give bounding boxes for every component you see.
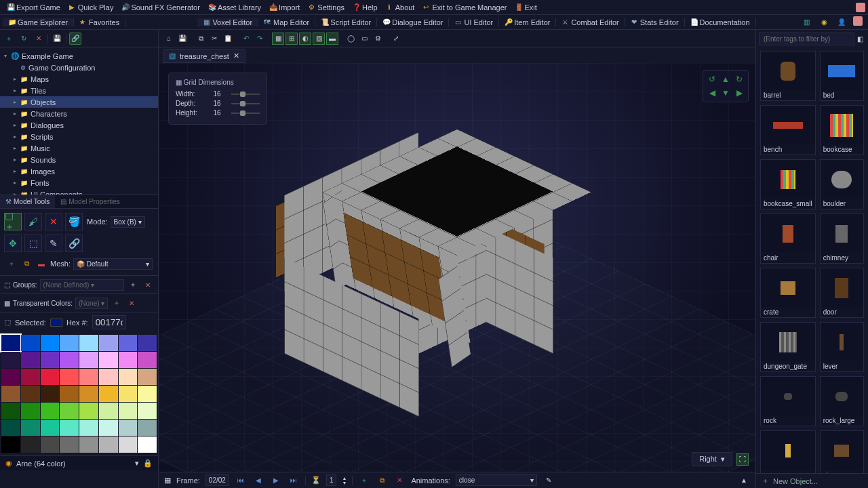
mesh-dup[interactable]: ⧉ (20, 258, 33, 270)
color-swatch[interactable] (138, 420, 157, 436)
color-swatch[interactable] (21, 420, 40, 436)
view-select[interactable]: Right ▾ (692, 452, 732, 466)
tool-paint[interactable]: 🖌 (24, 213, 42, 230)
color-swatch[interactable] (41, 386, 60, 402)
color-swatch[interactable] (79, 386, 98, 402)
color-swatch[interactable] (60, 335, 79, 351)
tool-add[interactable]: ▢＋ (4, 213, 22, 230)
groups-add[interactable]: ＋ (127, 279, 139, 291)
color-swatch[interactable] (1, 403, 20, 419)
color-swatch[interactable] (99, 335, 118, 351)
menu-settings[interactable]: ⚙Settings (304, 0, 349, 14)
speed-value[interactable]: 1 (326, 474, 337, 486)
tab-model-tools[interactable]: ⚒Model Tools (0, 195, 55, 208)
vt-redo[interactable]: ↷ (254, 33, 266, 45)
color-swatch[interactable] (1, 369, 20, 385)
vt-light[interactable]: ◐ (299, 33, 311, 45)
asset-chair[interactable]: chair (760, 214, 816, 264)
tree-objects[interactable]: ▸📁Objects (0, 96, 158, 108)
asset-bookcase_small[interactable]: bookcase_small (760, 159, 816, 209)
tree-ui-components[interactable]: ▸📁UI Components (0, 188, 158, 195)
filter-input[interactable] (759, 33, 854, 45)
color-swatch[interactable] (99, 386, 118, 402)
anim-dup[interactable]: ⧉ (376, 474, 388, 487)
vt-shade[interactable]: ▨ (313, 33, 325, 45)
color-swatch[interactable] (1, 352, 20, 368)
color-swatch[interactable] (119, 420, 138, 436)
vt-expand[interactable]: ⤢ (390, 33, 402, 45)
color-swatch[interactable] (41, 369, 60, 385)
color-swatch[interactable] (21, 352, 40, 368)
trans-del[interactable]: ✕ (125, 297, 138, 309)
menu-help[interactable]: ❓Help (349, 0, 382, 14)
asset-rock[interactable]: rock (760, 376, 816, 426)
viewport-3d[interactable]: ▦ Grid Dimensions Width:16 Depth:16 Heig… (159, 63, 755, 472)
color-swatch[interactable] (119, 352, 138, 368)
close-icon[interactable]: ✕ (33, 33, 45, 45)
asset-chimney[interactable]: chimney (820, 214, 864, 264)
asset-bench[interactable]: bench (760, 105, 816, 155)
asset-door[interactable]: door (820, 268, 864, 318)
asset-sign[interactable]: sign (820, 430, 864, 473)
dim-width[interactable]: 16 (208, 90, 226, 98)
tl-expand[interactable]: ▲ (738, 474, 750, 487)
asset-bed[interactable]: bed (820, 51, 864, 101)
vt-save[interactable]: 💾 (176, 33, 189, 45)
color-swatch[interactable] (1, 386, 20, 402)
asset-dungeon_gate[interactable]: dungeon_gate (760, 322, 816, 372)
link-toggle[interactable]: 🔗 (69, 33, 81, 45)
color-swatch[interactable] (60, 436, 79, 453)
trans-select[interactable]: (None) ▾ (75, 298, 108, 309)
cam-down[interactable]: ▼ (719, 87, 732, 99)
cam-up[interactable]: ▲ (719, 73, 732, 85)
menu-quick-play[interactable]: ▶Quick Play (64, 0, 118, 14)
mode-select[interactable]: Box (B) ▾ (111, 216, 145, 228)
panel-icon-3[interactable]: 👤 (835, 16, 848, 28)
color-swatch[interactable] (60, 369, 79, 385)
menu-exit[interactable]: 🚪Exit (511, 0, 540, 14)
color-swatch[interactable] (138, 386, 157, 402)
color-swatch[interactable] (60, 403, 79, 419)
color-swatch[interactable] (119, 369, 138, 385)
vt-cut[interactable]: ✂ (208, 33, 220, 45)
color-swatch[interactable] (138, 403, 157, 419)
add-icon[interactable]: ＋ (3, 33, 15, 45)
color-swatch[interactable] (1, 436, 20, 453)
tree-game-configuration[interactable]: ⚙Game Configuration (0, 62, 158, 73)
menu-asset-library[interactable]: 📚Asset Library (204, 0, 265, 14)
color-swatch[interactable] (138, 369, 157, 385)
color-swatch[interactable] (21, 369, 40, 385)
groups-select[interactable]: (None Defined) ▾ (40, 279, 124, 291)
editor-dialogue-editor[interactable]: 💬Dialogue Editor (377, 18, 449, 26)
tree-sounds[interactable]: ▸📁Sounds (0, 154, 158, 165)
vt-frame[interactable]: ▭ (358, 33, 370, 45)
tool-move[interactable]: ✥ (4, 235, 22, 252)
color-swatch[interactable] (21, 335, 40, 351)
color-swatch[interactable] (79, 403, 98, 419)
filter-toggle[interactable]: ◧ (854, 33, 865, 45)
frame-value[interactable]: 02/02 (205, 474, 229, 486)
tree-fonts[interactable]: ▸📁Fonts (0, 177, 158, 188)
cam-rot-cw[interactable]: ↻ (733, 73, 745, 85)
menu-sound-fx-generator[interactable]: 🔊Sound FX Generator (117, 0, 204, 14)
color-swatch[interactable] (79, 420, 98, 436)
color-swatch[interactable] (79, 352, 98, 368)
asset-bookcase[interactable]: bookcase (820, 105, 864, 155)
color-swatch[interactable] (138, 436, 157, 453)
mesh-select[interactable]: 📦 Default ▾ (73, 258, 153, 270)
selected-swatch[interactable] (50, 319, 62, 327)
asset-crate[interactable]: crate (760, 268, 816, 318)
tl-last[interactable]: ⏭ (288, 474, 300, 487)
tree-images[interactable]: ▸📁Images (0, 165, 158, 177)
refresh-icon[interactable]: ↻ (18, 33, 30, 45)
color-swatch[interactable] (21, 436, 40, 453)
tree-maps[interactable]: ▸📁Maps (0, 73, 158, 85)
color-swatch[interactable] (79, 436, 98, 453)
menu-about[interactable]: ℹAbout (382, 0, 419, 14)
vt-paste[interactable]: 📋 (222, 33, 234, 45)
vt-gear[interactable]: ⚙ (372, 33, 384, 45)
color-swatch[interactable] (79, 335, 98, 351)
editor-ui-editor[interactable]: ▭UI Editor (449, 18, 499, 26)
dim-height[interactable]: 16 (208, 109, 226, 117)
color-swatch[interactable] (41, 420, 60, 436)
